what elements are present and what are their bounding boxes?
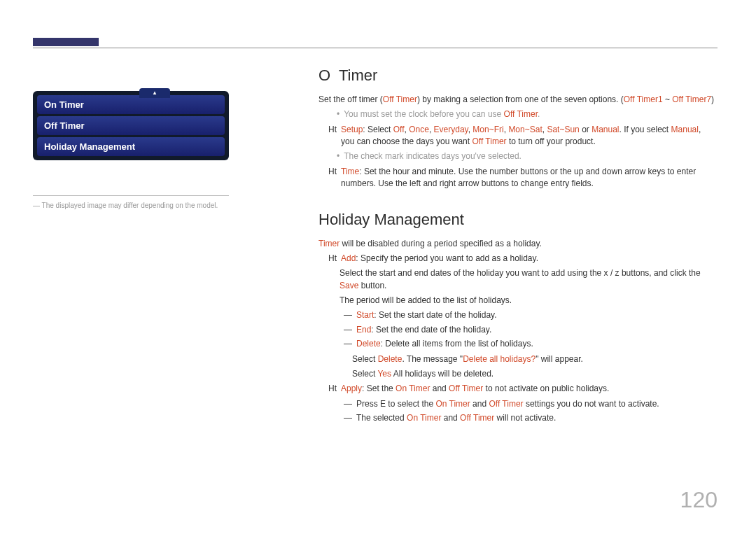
highlight: Everyday	[434, 125, 468, 134]
highlight: Manual	[592, 125, 619, 134]
highlight: Manual	[671, 125, 699, 134]
text: : Specify the period you want to add as …	[356, 253, 538, 263]
text: Set the off timer (	[318, 94, 383, 104]
highlight: Off Timer	[449, 384, 483, 393]
highlight: Off Timer7	[672, 94, 711, 104]
header-divider	[33, 48, 718, 48]
clock-note-row: • You must set the clock before you can …	[337, 108, 716, 120]
add-line3: The period will be added to the list of …	[340, 295, 716, 307]
dash-icon: ―	[344, 398, 352, 410]
highlight: On Timer	[407, 413, 441, 423]
sidebar: ▴ On Timer Off Timer Holiday Management …	[33, 91, 229, 209]
highlight: Start	[356, 310, 374, 320]
apply-row: Ht Apply: Set the On Timer and Off Timer…	[328, 383, 716, 395]
time-text: Time: Set the hour and minute. Use the n…	[341, 166, 716, 190]
highlight: Off Timer1	[624, 94, 663, 104]
text: E	[380, 399, 386, 409]
highlight: Off Timer	[489, 399, 523, 409]
text: : Set the start date of the holiday.	[374, 310, 496, 320]
text: )	[711, 94, 714, 104]
text: will not activate.	[494, 413, 556, 423]
text: : Select	[363, 125, 393, 134]
text: or	[580, 125, 592, 134]
text: ,	[429, 125, 434, 134]
text: and	[441, 413, 460, 423]
text: . If you select	[620, 125, 671, 134]
menu-item-holiday-management: Holiday Management	[37, 137, 225, 156]
menu-item-on-timer: ▴ On Timer	[37, 95, 225, 114]
highlight: Off	[393, 125, 405, 134]
apply-text: Apply: Set the On Timer and Off Timer to…	[341, 383, 716, 395]
note-text: The displayed image may differ depending…	[42, 202, 218, 209]
highlight: Time	[341, 167, 359, 176]
text: x / z	[604, 268, 620, 278]
setup-text: Setup: Select Off, Once, Everyday, Mon~F…	[341, 124, 716, 148]
main-content: O Timer Set the off timer (Off Timer) by…	[318, 64, 716, 427]
delete-row: ― Delete: Delete all items from the list…	[344, 338, 716, 350]
text: settings you do not want to activate.	[524, 399, 659, 409]
header-accent	[33, 38, 99, 46]
dash-icon: ―	[344, 338, 352, 350]
bullet-icon: •	[337, 150, 340, 162]
delete-text: Delete: Delete all items from the list o…	[356, 338, 716, 350]
highlight: End	[356, 325, 371, 335]
highlight: Add	[341, 253, 356, 263]
holiday-intro: Timer will be disabled during a period s…	[318, 238, 716, 250]
menu-item-off-timer: Off Timer	[37, 116, 225, 135]
text: : Set the end date of the holiday.	[371, 325, 491, 335]
text: Select	[352, 369, 377, 379]
list-marker: Ht	[328, 166, 337, 190]
text: and	[470, 399, 489, 409]
text: ) by making a selection from one of the …	[417, 94, 624, 104]
off-timer-intro: Set the off timer (Off Timer) by making …	[318, 94, 716, 106]
checkmark-note-row: • The check mark indicates days you've s…	[337, 150, 716, 162]
end-text: End: Set the end date of the holiday.	[356, 324, 716, 336]
apply-sub2: ― The selected On Timer and Off Timer wi…	[344, 412, 716, 424]
start-row: ― Start: Set the start date of the holid…	[344, 309, 716, 321]
highlight: Delete	[378, 354, 402, 364]
time-row: Ht Time: Set the hour and minute. Use th…	[328, 166, 716, 190]
highlight: Once	[409, 125, 429, 134]
text: button.	[358, 281, 386, 290]
sidebar-divider	[33, 195, 229, 196]
text: All holidays will be deleted.	[391, 369, 493, 379]
text: : Set the	[362, 384, 396, 393]
text: to turn off your product.	[507, 136, 596, 146]
highlight: Off Timer	[504, 109, 538, 119]
setup-row: Ht Setup: Select Off, Once, Everyday, Mo…	[328, 124, 716, 148]
text: Select	[352, 354, 378, 364]
sidebar-note: ― The displayed image may differ dependi…	[33, 202, 229, 209]
start-text: Start: Set the start date of the holiday…	[356, 309, 716, 321]
add-row: Ht Add: Specify the period you want to a…	[328, 253, 716, 265]
list-marker: Ht	[328, 253, 337, 265]
text: The selected	[356, 413, 407, 423]
highlight: On Timer	[396, 384, 430, 393]
delete-line3: Select Yes All holidays will be deleted.	[352, 368, 716, 380]
text: .	[538, 109, 540, 119]
highlight: Delete	[356, 339, 381, 349]
text: Select the start and end dates of the ho…	[340, 268, 604, 278]
dash-icon: ―	[344, 412, 352, 424]
text: ~	[663, 94, 673, 104]
holiday-heading: Holiday Management	[318, 209, 716, 231]
text: Press	[356, 399, 380, 409]
page-number: 120	[680, 487, 718, 513]
highlight: Timer	[318, 239, 340, 248]
add-line2: Select the start and end dates of the ho…	[340, 267, 716, 292]
list-marker: Ht	[328, 124, 337, 148]
apply-sub1-text: Press E to select the On Timer and Off T…	[356, 398, 716, 410]
highlight: Mon~Sat	[508, 125, 542, 134]
highlight: Delete all holidays?	[463, 354, 536, 364]
menu-item-label: Holiday Management	[44, 141, 135, 152]
text: : Set the hour and minute. Use the numbe…	[341, 167, 696, 188]
text: to not activate on public holidays.	[483, 384, 609, 393]
highlight: Setup	[341, 125, 363, 134]
text: : Delete all items from the list of holi…	[381, 339, 533, 349]
add-text: Add: Specify the period you want to add …	[341, 253, 716, 265]
highlight: Off Timer	[383, 94, 417, 104]
highlight: Save	[340, 281, 358, 290]
highlight: Yes	[377, 369, 391, 379]
check-note: The check mark indicates days you've sel…	[344, 150, 716, 162]
menu-item-label: On Timer	[44, 99, 84, 110]
off-timer-heading: O Timer	[318, 64, 716, 87]
